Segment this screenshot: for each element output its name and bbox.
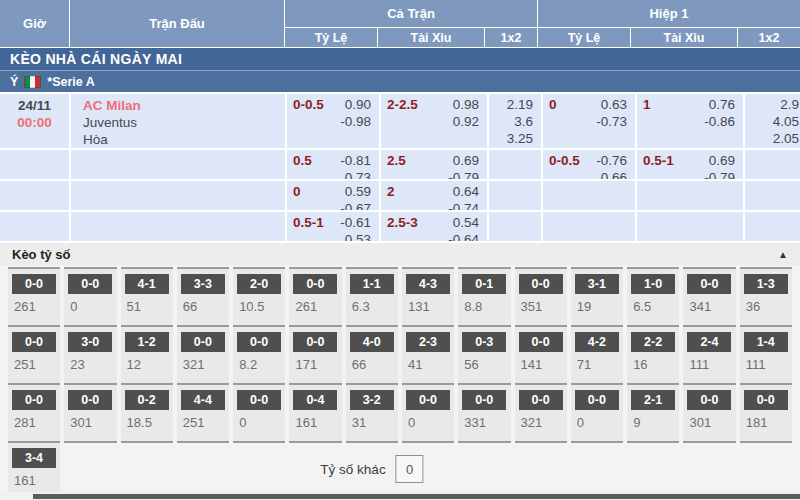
score-odds-cell[interactable]: 0-0171	[289, 325, 341, 383]
score-box: 0-1	[462, 274, 506, 294]
score-odds-cell[interactable]: 0-0281	[8, 383, 60, 441]
away-team-name: Juventus	[83, 114, 137, 131]
full-handicap-cell[interactable]: 0-0.50.90-0.98	[287, 94, 379, 148]
half-overunder-cell	[637, 212, 743, 241]
score-odds-cell[interactable]: 2-19	[627, 383, 679, 441]
score-odds-cell[interactable]: 0-0181	[740, 383, 792, 441]
full-overunder-cell[interactable]: 2.50.69-0.79	[381, 150, 487, 179]
score-odds-cell[interactable]: 0-0261	[8, 267, 60, 325]
horizontal-scrollbar	[0, 492, 800, 500]
score-odds-value: 51	[125, 299, 169, 314]
score-odds-cell[interactable]: 1-4111	[740, 325, 792, 383]
score-odds-cell[interactable]: 0-0141	[515, 325, 567, 383]
odds-value: 0.76	[709, 96, 735, 113]
score-odds-cell[interactable]: 0-18.8	[458, 267, 510, 325]
correct-score-section: Kèo tỷ số ▲ 0-02610-004-1513-3662-010.50…	[0, 243, 800, 499]
score-odds-cell[interactable]: 0-356	[458, 325, 510, 383]
score-odds-value: 261	[12, 299, 56, 314]
handicap-value: 0	[549, 96, 557, 113]
score-odds-cell[interactable]: 4-4251	[177, 383, 229, 441]
full-1x2-cell[interactable]: 2.193.63.25	[489, 94, 541, 148]
score-odds-cell[interactable]: 0-0341	[683, 267, 735, 325]
odds-value: 0.64	[453, 183, 479, 200]
score-odds-cell[interactable]: 0-4161	[289, 383, 341, 441]
other-score-box[interactable]: 0	[396, 455, 424, 483]
score-odds-cell[interactable]: 3-231	[346, 383, 398, 441]
half-handicap-cell[interactable]: 00.63-0.73	[543, 94, 635, 148]
score-odds-cell[interactable]: 3-119	[571, 267, 623, 325]
score-odds-cell[interactable]: 0-218.5	[121, 383, 173, 441]
score-odds-cell[interactable]: 4-271	[571, 325, 623, 383]
full-1x2-cell	[489, 150, 541, 179]
full-handicap-cell[interactable]: 0.5-1-0.610.53	[287, 212, 379, 241]
score-odds-cell[interactable]: 0-00	[233, 383, 285, 441]
score-odds-cell[interactable]: 1-212	[121, 325, 173, 383]
match-cell[interactable]: AC MilanJuventusHòa	[71, 94, 285, 148]
score-odds-cell[interactable]: 0-00	[64, 267, 116, 325]
full-overunder-cell[interactable]: 2.5-30.54-0.64	[381, 212, 487, 241]
score-odds-cell[interactable]: 0-0321	[515, 383, 567, 441]
score-odds-cell[interactable]: 3-023	[64, 325, 116, 383]
score-odds-cell[interactable]: 4-151	[121, 267, 173, 325]
score-odds-cell[interactable]: 1-16.3	[346, 267, 398, 325]
half-1x2-cell[interactable]: 2.94.052.05	[745, 94, 800, 148]
score-odds-cell[interactable]: 1-336	[740, 267, 792, 325]
score-box: 1-4	[744, 332, 788, 352]
1x2-value: 2.05	[773, 130, 799, 147]
odds-values: -0.610.53	[340, 214, 371, 241]
score-odds-cell[interactable]: 0-0251	[8, 325, 60, 383]
score-odds-cell[interactable]: 0-0261	[289, 267, 341, 325]
odds-value: -0.74	[448, 200, 479, 210]
full-overunder-cell[interactable]: 2-2.50.980.92	[381, 94, 487, 148]
score-odds-cell[interactable]: 3-4161	[8, 441, 60, 499]
odds-values: 0.76-0.86	[704, 96, 735, 130]
score-odds-cell[interactable]: 1-06.5	[627, 267, 679, 325]
score-odds-cell[interactable]: 0-0331	[458, 383, 510, 441]
score-odds-cell[interactable]: 2-341	[402, 325, 454, 383]
score-odds-cell[interactable]: 0-08.2	[233, 325, 285, 383]
score-odds-value: 66	[181, 299, 225, 314]
score-odds-value: 131	[406, 299, 450, 314]
odds-table-header: Giờ Trận Đấu Cả Trận Hiệp 1 Tỷ Lệ Tài Xỉ…	[0, 0, 800, 47]
odds-value: 0.73	[345, 169, 371, 179]
score-odds-cell[interactable]: 0-00	[571, 383, 623, 441]
score-odds-value: 111	[687, 357, 731, 372]
score-box: 2-2	[631, 332, 675, 352]
score-odds-value: 36	[744, 299, 788, 314]
score-box: 3-2	[350, 390, 394, 410]
draw-label: Hòa	[83, 131, 108, 148]
score-odds-cell[interactable]: 0-0351	[515, 267, 567, 325]
score-odds-cell[interactable]: 4-3131	[402, 267, 454, 325]
handicap-value: 2-2.5	[387, 96, 418, 113]
score-box: 0-0	[519, 274, 563, 294]
score-box: 0-0	[12, 332, 56, 352]
horizontal-scrollbar-thumb[interactable]	[33, 494, 800, 499]
full-overunder-cell[interactable]: 20.64-0.74	[381, 181, 487, 210]
score-odds-value: 141	[519, 357, 563, 372]
score-odds-value: 301	[687, 415, 731, 430]
score-odds-cell[interactable]: 2-216	[627, 325, 679, 383]
odds-value: -0.67	[340, 200, 371, 210]
score-odds-value: 66	[350, 357, 394, 372]
half-overunder-cell[interactable]: 0.5-10.69-0.79	[637, 150, 743, 179]
score-odds-cell[interactable]: 2-4111	[683, 325, 735, 383]
score-odds-cell[interactable]: 0-0301	[683, 383, 735, 441]
half-handicap-cell[interactable]: 0-0.5-0.760.66	[543, 150, 635, 179]
odds-value: 0.92	[453, 113, 479, 130]
full-handicap-cell[interactable]: 0.5-0.810.73	[287, 150, 379, 179]
score-odds-cell[interactable]: 0-00	[402, 383, 454, 441]
score-odds-cell[interactable]: 4-066	[346, 325, 398, 383]
score-box: 0-0	[293, 274, 337, 294]
odds-value: -0.76	[596, 152, 627, 169]
collapse-arrow-icon[interactable]: ▲	[778, 249, 788, 260]
score-odds-cell[interactable]: 0-0321	[177, 325, 229, 383]
score-box: 0-0	[181, 332, 225, 352]
score-odds-cell[interactable]: 3-366	[177, 267, 229, 325]
league-bar[interactable]: Ý *Serie A	[0, 70, 800, 92]
score-box: 0-0	[575, 390, 619, 410]
half-overunder-cell[interactable]: 10.76-0.86	[637, 94, 743, 148]
score-odds-value: 161	[12, 473, 56, 488]
score-odds-cell[interactable]: 2-010.5	[233, 267, 285, 325]
full-handicap-cell[interactable]: 00.59-0.67	[287, 181, 379, 210]
score-odds-cell[interactable]: 0-0301	[64, 383, 116, 441]
